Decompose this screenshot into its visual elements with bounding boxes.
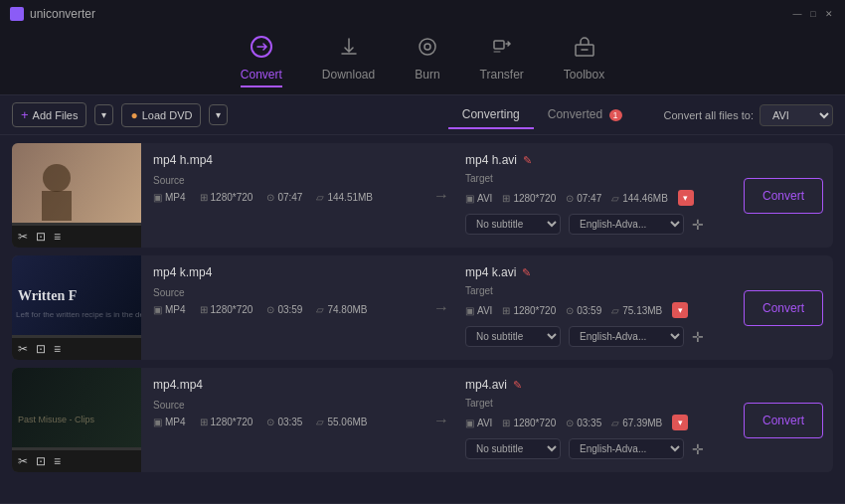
thumbnail: ✂ ⊡ ≡ <box>12 143 141 248</box>
format-select[interactable]: AVI MP4 MKV <box>760 104 833 126</box>
nav-burn[interactable]: Burn <box>415 35 439 87</box>
minimize-button[interactable]: — <box>791 8 803 20</box>
svg-point-1 <box>420 39 435 55</box>
subtitle-select[interactable]: No subtitle <box>465 326 561 347</box>
format-icon: ▣ <box>153 192 162 203</box>
settings-icon[interactable]: ≡ <box>54 454 61 468</box>
thumbnail: ✂ ⊡ ≡ <box>12 368 141 472</box>
convert-icon <box>250 35 273 64</box>
subtitle-select[interactable]: No subtitle <box>465 438 561 459</box>
target-res-icon: ⊞ <box>502 418 510 428</box>
transfer-icon <box>490 35 514 64</box>
load-dvd-dropdown[interactable]: ▾ <box>209 104 228 125</box>
resolution-icon: ⊞ <box>200 417 208 427</box>
settings-icon[interactable]: ≡ <box>54 230 61 244</box>
target-size-icon: ▱ <box>611 418 619 428</box>
resolution-icon: ⊞ <box>200 304 208 315</box>
target-size: ▱ 144.46MB <box>611 193 668 204</box>
edit-icon[interactable]: ✎ <box>523 154 532 167</box>
title-bar-controls[interactable]: — □ ✕ <box>791 8 835 20</box>
source-label: Source <box>153 400 414 411</box>
nav-convert[interactable]: Convert <box>241 35 282 87</box>
file-row: ✂ ⊡ ≡ mp4.mp4 Source ▣ MP4 ⊞ 1280*720 ⊙ … <box>12 368 833 472</box>
target-dur-icon: ⊙ <box>566 418 574 428</box>
convert-all-files: Convert all files to: AVI MP4 MKV <box>664 104 833 126</box>
target-filename: mp4 h.avi <box>465 153 517 167</box>
nav-toolbox[interactable]: Toolbox <box>564 35 604 87</box>
target-meta: ▣ AVI ⊞ 1280*720 ⊙ 03:35 ▱ 67.39MB ▾ <box>465 415 726 430</box>
subtitle-select[interactable]: No subtitle <box>465 214 561 235</box>
edit-icon[interactable]: ✎ <box>513 379 522 392</box>
source-size: ▱ 144.51MB <box>316 192 373 203</box>
source-meta: ▣ MP4 ⊞ 1280*720 ⊙ 03:59 ▱ 74.80MB <box>153 304 414 315</box>
duration-icon: ⊙ <box>266 417 274 427</box>
target-dropdown-button[interactable]: ▾ <box>678 190 694 206</box>
toolbar: + Add Files ▾ ● Load DVD ▾ Converting Co… <box>0 95 845 135</box>
load-dvd-button[interactable]: ● Load DVD <box>121 103 201 127</box>
app-icon <box>10 7 24 21</box>
svg-rect-3 <box>494 41 504 49</box>
file-info: mp4.mp4 Source ▣ MP4 ⊞ 1280*720 ⊙ 03:35 … <box>141 368 425 472</box>
settings-icon[interactable]: ≡ <box>54 342 61 356</box>
target-format: ▣ AVI <box>465 305 492 316</box>
tab-converting[interactable]: Converting <box>448 101 534 129</box>
nav-download[interactable]: Download <box>322 35 375 87</box>
arrow-right-icon: → <box>433 412 449 429</box>
source-size: ▱ 55.06MB <box>316 417 367 427</box>
scissors-icon[interactable]: ✂ <box>18 454 28 468</box>
convert-button[interactable]: Convert <box>744 403 823 438</box>
source-meta: ▣ MP4 ⊞ 1280*720 ⊙ 07:47 ▱ 144.51MB <box>153 192 414 203</box>
crop-icon[interactable]: ⊡ <box>36 342 46 356</box>
crop-icon[interactable]: ⊡ <box>36 454 46 468</box>
effects-icon[interactable]: ✛ <box>692 217 704 233</box>
source-label: Source <box>153 287 414 298</box>
size-icon: ▱ <box>316 417 324 427</box>
add-files-button[interactable]: + Add Files <box>12 102 86 127</box>
close-button[interactable]: ✕ <box>823 8 835 20</box>
thumbnail: ✂ ⊡ ≡ <box>12 255 141 360</box>
effects-icon[interactable]: ✛ <box>692 329 704 345</box>
crop-icon[interactable]: ⊡ <box>36 230 46 244</box>
tab-converted[interactable]: Converted 1 <box>534 101 636 129</box>
file-info: mp4 k.mp4 Source ▣ MP4 ⊞ 1280*720 ⊙ 03:5… <box>141 255 425 360</box>
source-size: ▱ 74.80MB <box>316 304 367 315</box>
target-header: mp4 h.avi ✎ <box>465 153 726 167</box>
convert-button[interactable]: Convert <box>744 290 823 326</box>
target-col: mp4 k.avi ✎ Target ▣ AVI ⊞ 1280*720 ⊙ 03… <box>457 255 734 360</box>
file-name: mp4.mp4 <box>153 378 414 392</box>
arrow: → <box>425 143 457 248</box>
target-dropdown-button[interactable]: ▾ <box>672 415 688 430</box>
audio-select[interactable]: English-Adva... <box>569 438 684 459</box>
source-resolution: ⊞ 1280*720 <box>200 192 254 203</box>
target-size-icon: ▱ <box>611 193 619 204</box>
add-files-dropdown[interactable]: ▾ <box>94 104 113 125</box>
nav-convert-label: Convert <box>241 68 282 82</box>
arrow-right-icon: → <box>433 299 449 317</box>
target-res-icon: ⊞ <box>502 193 510 204</box>
restore-button[interactable]: □ <box>807 8 819 20</box>
nav-transfer[interactable]: Transfer <box>480 35 524 87</box>
target-format-icon: ▣ <box>465 418 474 428</box>
convert-button[interactable]: Convert <box>744 178 823 214</box>
effects-icon[interactable]: ✛ <box>692 441 704 457</box>
audio-select[interactable]: English-Adva... <box>569 214 684 235</box>
target-size: ▱ 67.39MB <box>611 418 662 428</box>
file-name: mp4 k.mp4 <box>153 265 414 279</box>
target-format-icon: ▣ <box>465 193 474 204</box>
download-icon <box>337 35 361 64</box>
tab-converting-label: Converting <box>462 107 520 121</box>
burn-icon <box>416 35 439 64</box>
edit-icon[interactable]: ✎ <box>522 266 531 279</box>
app-title: uniconverter <box>30 7 95 21</box>
scissors-icon[interactable]: ✂ <box>18 342 28 356</box>
scissors-icon[interactable]: ✂ <box>18 230 28 244</box>
nav-transfer-label: Transfer <box>480 68 524 82</box>
target-dropdown-button[interactable]: ▾ <box>672 302 688 318</box>
size-icon: ▱ <box>316 192 324 203</box>
dvd-icon: ● <box>130 108 137 122</box>
tab-group: Converting Converted 1 <box>448 101 636 129</box>
arrow: → <box>425 255 457 360</box>
audio-select[interactable]: English-Adva... <box>569 326 684 347</box>
source-format: ▣ MP4 <box>153 304 186 315</box>
nav-bar: Convert Download Burn <box>0 28 845 95</box>
